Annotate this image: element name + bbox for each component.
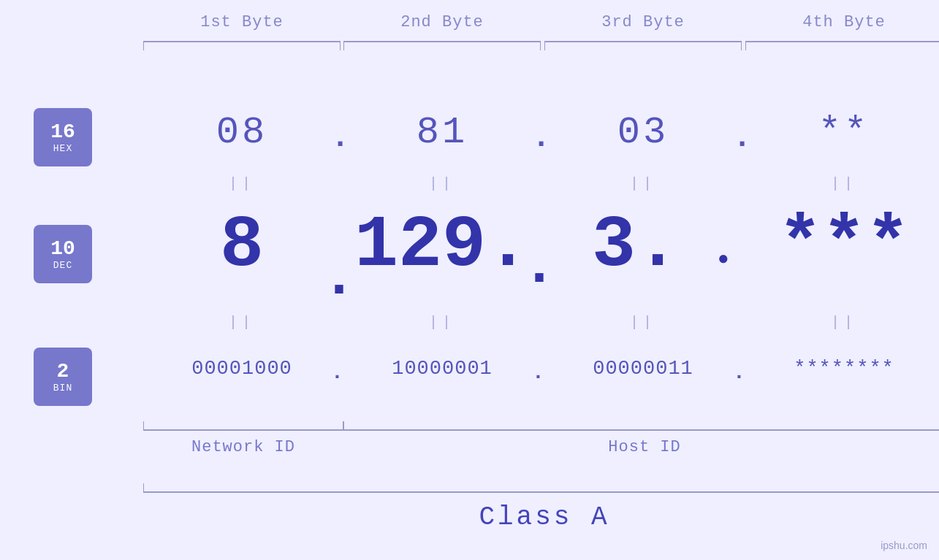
bin-b3: 00000011 <box>544 358 742 380</box>
hex-b1: 08 <box>143 111 341 154</box>
bin-badge-num: 2 <box>57 360 69 383</box>
byte3-header: 3rd Byte <box>544 13 742 31</box>
host-id-label: Host ID <box>343 438 939 456</box>
byte2-bracket <box>343 40 541 52</box>
host-id-bracket <box>343 420 939 431</box>
byte1-bracket <box>143 40 341 52</box>
eq2-dec-bin: || <box>343 314 541 331</box>
bin-b4: ******** <box>745 358 939 380</box>
hex-b2: 81 <box>343 111 541 154</box>
dec-b3: 3. <box>537 204 734 287</box>
network-id-label: Network ID <box>143 438 343 456</box>
class-label: Class A <box>143 502 939 532</box>
bin-b2: 10000001 <box>343 358 541 380</box>
class-bracket <box>143 482 939 494</box>
network-id-bracket <box>143 420 343 431</box>
dec-b1: 8 <box>143 204 341 287</box>
bin-sep2: . <box>532 361 544 384</box>
dec-badge: 10 DEC <box>34 225 92 283</box>
eq2-hex-dec: || <box>343 175 541 192</box>
dec-sep3-dot: · <box>522 245 557 311</box>
hex-b3: 03 <box>544 111 742 154</box>
dec-badge-label: DEC <box>53 260 72 271</box>
eq1-dec-bin: || <box>143 314 341 331</box>
byte4-header: 4th Byte <box>745 13 939 31</box>
hex-badge-label: HEX <box>53 143 72 154</box>
hex-b4: ** <box>745 111 939 154</box>
byte3-bracket <box>544 40 742 52</box>
watermark: ipshu.com <box>881 540 927 551</box>
dec-badge-num: 10 <box>50 237 75 260</box>
dec-b4: *** <box>745 204 939 287</box>
eq3-hex-dec: || <box>544 175 742 192</box>
byte2-header: 2nd Byte <box>343 13 541 31</box>
bin-b1: 00001000 <box>143 358 341 380</box>
eq3-dec-bin: || <box>544 314 742 331</box>
eq4-dec-bin: || <box>745 314 939 331</box>
dec-b2: 129. <box>336 204 548 287</box>
page: 1st Byte 2nd Byte 3rd Byte 4th Byte 16 H… <box>0 0 939 560</box>
bin-badge: 2 BIN <box>34 348 92 406</box>
eq4-hex-dec: || <box>745 175 939 192</box>
hex-badge: 16 HEX <box>34 108 92 166</box>
hex-badge-num: 16 <box>50 120 75 143</box>
dec-sep3: ● <box>718 248 729 270</box>
eq1-hex-dec: || <box>143 175 341 192</box>
bin-sep3: . <box>733 361 745 384</box>
bin-badge-label: BIN <box>53 383 72 394</box>
byte1-header: 1st Byte <box>143 13 341 31</box>
bin-sep1: . <box>331 361 343 384</box>
byte4-bracket <box>745 40 939 52</box>
